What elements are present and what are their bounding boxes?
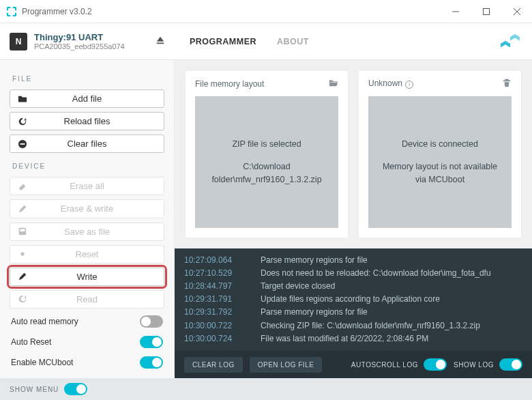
file-panel-line1: ZIP file is selected bbox=[232, 138, 301, 151]
section-device-label: DEVICE bbox=[12, 162, 164, 170]
show-menu-toggle[interactable] bbox=[64, 383, 87, 395]
save-as-file-button: Save as file bbox=[10, 223, 164, 241]
log-message: Update files regions according to Applic… bbox=[261, 293, 440, 306]
add-file-button[interactable]: Add file bbox=[10, 89, 164, 108]
clear-log-button[interactable]: CLEAR LOG bbox=[184, 357, 243, 373]
log-row: 10:30:00.722Checking ZIP file: C:\downlo… bbox=[184, 319, 522, 332]
window-title: Programmer v3.0.2 bbox=[22, 7, 440, 16]
log-row: 10:29:31.792Parse memory regions for fil… bbox=[184, 306, 522, 319]
log-message: Parse memory regions for file bbox=[261, 306, 368, 319]
info-icon[interactable]: i bbox=[405, 81, 413, 89]
show-log-label: SHOW LOG bbox=[454, 361, 494, 369]
log-timestamp: 10:29:31.792 bbox=[184, 306, 246, 319]
svg-marker-6 bbox=[501, 40, 510, 47]
autoscroll-log-label: AUTOSCROLL LOG bbox=[351, 361, 418, 369]
log-timestamp: 10:27:09.064 bbox=[184, 254, 246, 267]
log-message: Target device closed bbox=[261, 280, 335, 293]
log-row: 10:27:09.064Parse memory regions for fil… bbox=[184, 254, 522, 267]
file-panel-line2: C:\download folder\mfw_nrf9160_1.3.2.zip bbox=[209, 160, 325, 186]
file-panel-title: File memory layout bbox=[195, 79, 264, 89]
eject-button[interactable] bbox=[156, 35, 165, 48]
log-pane[interactable]: 10:27:09.064Parse memory regions for fil… bbox=[175, 248, 532, 351]
unknown-panel-line1: Device is connected bbox=[402, 138, 478, 151]
autoscroll-log-toggle[interactable] bbox=[424, 358, 447, 371]
app-icon bbox=[7, 7, 16, 16]
sidebar: FILE Add file Reload files Clear files D… bbox=[0, 60, 175, 378]
device-name: Thingy:91 UART bbox=[34, 32, 125, 42]
log-message: Parse memory regions for file bbox=[261, 254, 368, 267]
read-button: Read bbox=[10, 290, 164, 309]
open-log-file-button[interactable]: OPEN LOG FILE bbox=[250, 357, 323, 373]
svg-rect-1 bbox=[483, 8, 489, 14]
trash-icon[interactable] bbox=[502, 78, 512, 89]
file-memory-panel: File memory layout ZIP file is selected … bbox=[186, 71, 348, 238]
write-button[interactable]: Write bbox=[10, 268, 164, 286]
maximize-button[interactable] bbox=[471, 0, 501, 23]
tab-about[interactable]: ABOUT bbox=[277, 37, 309, 46]
log-message: Checking ZIP file: C:\download folder\mf… bbox=[261, 319, 480, 332]
folder-open-icon[interactable] bbox=[329, 78, 338, 89]
log-row: 10:29:31.791Update files regions accordi… bbox=[184, 293, 522, 306]
device-serial: PCA20035_eebd9255a074 bbox=[34, 42, 125, 51]
svg-marker-7 bbox=[510, 33, 520, 40]
chip-icon bbox=[10, 33, 27, 51]
close-button[interactable] bbox=[501, 0, 532, 23]
unknown-panel: Unknowni Device is connected Memory layo… bbox=[359, 71, 521, 238]
enable-mcuboot-toggle[interactable] bbox=[140, 356, 163, 369]
log-message: File was last modified at 6/2/2022, 2:08… bbox=[261, 332, 428, 345]
show-log-toggle[interactable] bbox=[499, 358, 522, 371]
auto-reset-toggle[interactable] bbox=[140, 336, 163, 348]
clear-files-button[interactable]: Clear files bbox=[10, 134, 164, 153]
show-menu-label: SHOW MENU bbox=[10, 386, 59, 393]
svg-marker-4 bbox=[157, 36, 164, 41]
nordic-logo bbox=[501, 33, 520, 51]
log-row: 10:28:44.797Target device closed bbox=[184, 280, 522, 293]
log-timestamp: 10:27:10.529 bbox=[184, 267, 246, 280]
auto-read-label: Auto read memory bbox=[11, 317, 78, 326]
log-timestamp: 10:30:00.722 bbox=[184, 319, 246, 332]
log-timestamp: 10:29:31.791 bbox=[184, 293, 246, 306]
log-timestamp: 10:30:00.724 bbox=[184, 332, 246, 345]
reload-files-button[interactable]: Reload files bbox=[10, 112, 164, 130]
svg-rect-5 bbox=[157, 42, 164, 44]
log-row: 10:30:00.724File was last modified at 6/… bbox=[184, 332, 522, 345]
reset-button: Reset bbox=[10, 245, 164, 263]
minimize-button[interactable] bbox=[440, 0, 471, 23]
log-timestamp: 10:28:44.797 bbox=[184, 280, 246, 293]
erase-write-button: Erase & write bbox=[10, 199, 164, 218]
auto-reset-label: Auto Reset bbox=[11, 337, 51, 347]
unknown-panel-line2: Memory layout is not available via MCUbo… bbox=[382, 160, 498, 186]
unknown-panel-title: Unknown bbox=[368, 78, 402, 88]
log-message: Does not need to be reloaded: C:\downloa… bbox=[261, 267, 491, 280]
tab-programmer[interactable]: PROGRAMMER bbox=[190, 37, 256, 46]
section-file-label: FILE bbox=[12, 75, 164, 83]
auto-read-toggle[interactable] bbox=[140, 315, 163, 328]
log-row: 10:27:10.529Does not need to be reloaded… bbox=[184, 267, 522, 280]
erase-all-button: Erase all bbox=[10, 177, 164, 195]
enable-mcuboot-label: Enable MCUboot bbox=[11, 358, 73, 367]
